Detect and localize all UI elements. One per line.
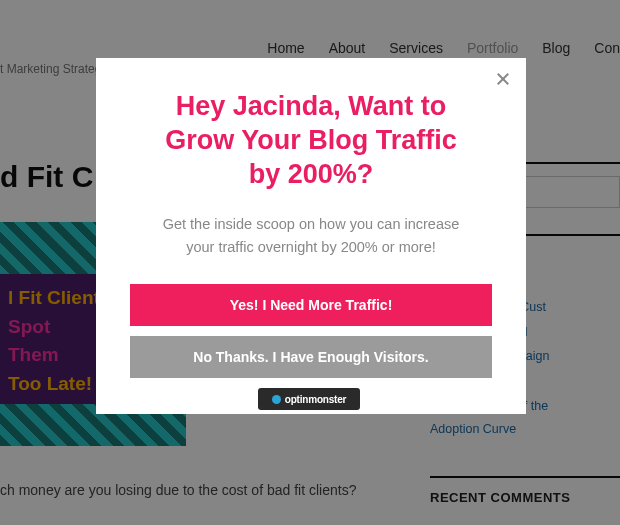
popup-modal: Hey Jacinda, Want to Grow Your Blog Traf… <box>96 58 526 414</box>
cta-yes-button[interactable]: Yes! I Need More Traffic! <box>130 284 492 326</box>
close-icon[interactable] <box>494 70 512 92</box>
badge-label: optinmonster <box>285 394 347 405</box>
badge-dot-icon <box>272 395 281 404</box>
modal-headline: Hey Jacinda, Want to Grow Your Blog Traf… <box>130 90 492 191</box>
modal-body: Get the inside scoop on how you can incr… <box>130 213 492 258</box>
optinmonster-badge[interactable]: optinmonster <box>258 388 360 410</box>
cta-no-button[interactable]: No Thanks. I Have Enough Visitors. <box>130 336 492 378</box>
